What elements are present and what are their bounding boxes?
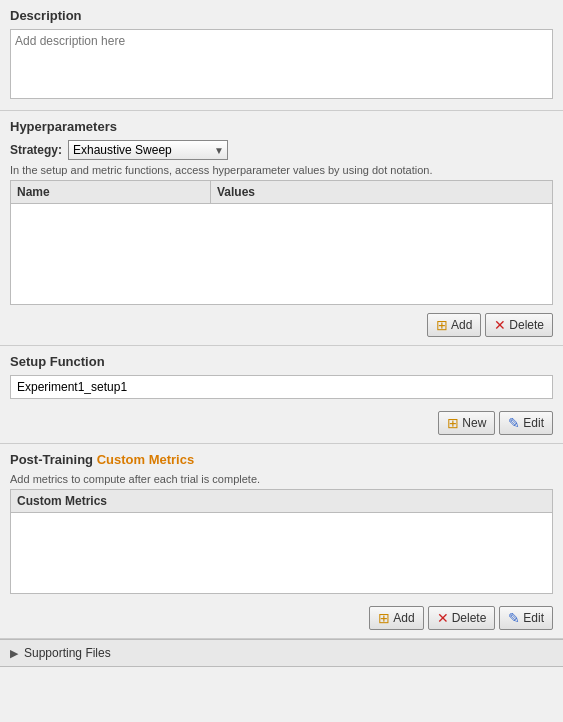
metrics-table: Custom Metrics	[10, 489, 553, 594]
metrics-edit-label: Edit	[523, 611, 544, 625]
strategy-row: Strategy: Exhaustive Sweep ▼	[10, 140, 553, 160]
metrics-hint-text: Add metrics to compute after each trial …	[10, 473, 260, 485]
hyperparameters-section: Hyperparameters Strategy: Exhaustive Swe…	[0, 111, 563, 313]
setup-edit-button[interactable]: ✎ Edit	[499, 411, 553, 435]
setup-function-title: Setup Function	[10, 354, 553, 369]
strategy-select-wrapper: Exhaustive Sweep ▼	[68, 140, 228, 160]
post-training-title-1: Post-Training	[10, 452, 97, 467]
strategy-label: Strategy:	[10, 143, 62, 157]
supporting-files-arrow: ▶	[10, 647, 18, 660]
metrics-add-label: Add	[393, 611, 414, 625]
metrics-add-button[interactable]: ⊞ Add	[369, 606, 423, 630]
setup-function-section: Setup Function	[0, 346, 563, 411]
metrics-delete-button[interactable]: ✕ Delete	[428, 606, 496, 630]
add-icon: ⊞	[436, 317, 448, 333]
metrics-table-header: Custom Metrics	[11, 490, 552, 513]
edit-button-label: Edit	[523, 416, 544, 430]
description-section: Description	[0, 0, 563, 110]
col-values-header: Values	[211, 181, 552, 203]
table-header: Name Values	[11, 181, 552, 204]
hyperparameters-hint: In the setup and metric functions, acces…	[10, 164, 553, 176]
description-input[interactable]	[10, 29, 553, 99]
setup-new-button[interactable]: ⊞ New	[438, 411, 495, 435]
hyperparameters-table-body	[11, 204, 552, 304]
supporting-files-label: Supporting Files	[24, 646, 111, 660]
metrics-edit-icon: ✎	[508, 610, 520, 626]
edit-icon: ✎	[508, 415, 520, 431]
col-name-header: Name	[11, 181, 211, 203]
strategy-select[interactable]: Exhaustive Sweep	[68, 140, 228, 160]
hyperparameters-delete-button[interactable]: ✕ Delete	[485, 313, 553, 337]
new-icon: ⊞	[447, 415, 459, 431]
add-button-label: Add	[451, 318, 472, 332]
metrics-table-body	[11, 513, 552, 593]
metrics-add-icon: ⊞	[378, 610, 390, 626]
post-training-section: Post-Training Custom Metrics Add metrics…	[0, 444, 563, 606]
description-title: Description	[10, 8, 553, 23]
delete-icon: ✕	[494, 317, 506, 333]
setup-function-input[interactable]	[10, 375, 553, 399]
metrics-btn-row: ⊞ Add ✕ Delete ✎ Edit	[0, 606, 563, 630]
hyperparameters-table: Name Values	[10, 180, 553, 305]
metrics-delete-label: Delete	[452, 611, 487, 625]
post-training-title-2: Custom Metrics	[97, 452, 195, 467]
supporting-files-bar[interactable]: ▶ Supporting Files	[0, 639, 563, 667]
hyperparameters-title: Hyperparameters	[10, 119, 553, 134]
delete-button-label: Delete	[509, 318, 544, 332]
hyperparameters-add-button[interactable]: ⊞ Add	[427, 313, 481, 337]
metrics-hint: Add metrics to compute after each trial …	[10, 473, 553, 485]
new-button-label: New	[462, 416, 486, 430]
metrics-edit-button[interactable]: ✎ Edit	[499, 606, 553, 630]
metrics-delete-icon: ✕	[437, 610, 449, 626]
setup-function-btn-row: ⊞ New ✎ Edit	[0, 411, 563, 435]
post-training-title: Post-Training Custom Metrics	[10, 452, 553, 467]
hyperparameters-btn-row: ⊞ Add ✕ Delete	[0, 313, 563, 337]
